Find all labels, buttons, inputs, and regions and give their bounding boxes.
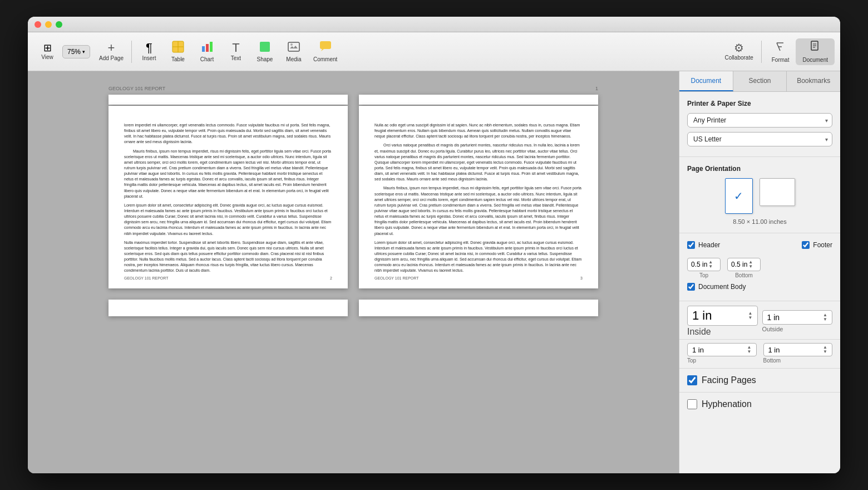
text-button[interactable]: T Text	[222, 40, 250, 63]
zoom-arrow-icon: ▾	[82, 49, 85, 55]
portrait-option[interactable]: ✓	[725, 178, 753, 214]
top-down-arrow-icon[interactable]: ▼	[747, 350, 752, 354]
page2-number: 2	[330, 276, 332, 282]
document-body-checkbox-row: Document Body	[687, 283, 832, 291]
close-button[interactable]	[34, 21, 41, 28]
header-margin-group: 0.5 in ▲ ▼ Top	[687, 258, 721, 278]
inside-label: Inside	[687, 327, 758, 337]
orientation-title: Page Orientation	[687, 165, 832, 173]
format-icon	[775, 41, 787, 56]
add-page-icon: +	[108, 42, 115, 54]
toolbar: ⊞ View 75% ▾ + Add Page ¶ Insert	[28, 32, 840, 71]
insert-button[interactable]: ¶ Insert	[135, 40, 163, 63]
maximize-button[interactable]	[56, 21, 62, 28]
document-body-checkbox[interactable]	[687, 283, 695, 291]
svg-rect-7	[288, 42, 299, 51]
chart-icon	[201, 41, 213, 55]
page2-para2: Mauris finibus, ipsum non tempus imperdi…	[124, 149, 332, 199]
svg-rect-6	[260, 42, 270, 52]
header-stepper[interactable]: ▲ ▼	[708, 260, 713, 269]
text-icon: T	[232, 42, 239, 54]
shape-button[interactable]: Shape	[251, 38, 279, 65]
panel-tabs: Document Section Bookmarks	[679, 71, 840, 92]
outside-margin-stepper[interactable]: ▲ ▼	[823, 313, 827, 322]
table-button[interactable]: Table	[164, 38, 192, 65]
comment-label: Comment	[313, 56, 337, 62]
inside-margin-stepper[interactable]: ▲ ▼	[748, 311, 753, 320]
outside-margin-label: Outside	[762, 326, 833, 332]
facing-pages-checkbox[interactable]	[687, 375, 697, 385]
format-tab-button[interactable]: Format	[765, 38, 796, 65]
page3-para3: Mauris finibus, ipsum non tempus imperdi…	[374, 185, 583, 236]
bottom-down-arrow-icon[interactable]: ▼	[823, 350, 827, 354]
orientation-options: ✓	[687, 178, 832, 214]
printer-select[interactable]: Any Printer	[687, 113, 832, 128]
footer-checkbox-row: Footer	[802, 241, 832, 249]
media-button[interactable]: Media	[280, 38, 308, 65]
mac-window: ⊞ View 75% ▾ + Add Page ¶ Insert	[28, 17, 840, 473]
header-footer-section: Header Footer 0.5 in ▲ ▼	[679, 233, 840, 301]
inside-value-group: 1 in ▲ ▼ Inside	[687, 306, 758, 337]
svg-rect-3	[202, 46, 205, 52]
header-down-arrow-icon[interactable]: ▼	[708, 264, 713, 269]
tab-bookmarks[interactable]: Bookmarks	[787, 71, 840, 91]
tab-section[interactable]: Section	[733, 71, 787, 91]
footer-stepper[interactable]: ▲ ▼	[748, 260, 753, 269]
bottom-margin-stepper[interactable]: ▲ ▼	[823, 345, 827, 354]
page-bottom-right	[359, 300, 598, 316]
outside-down-arrow-icon[interactable]: ▼	[823, 317, 827, 322]
paper-select[interactable]: US Letter	[687, 132, 832, 146]
tab-section-label: Section	[748, 77, 771, 85]
document-area[interactable]: GEOLOGY 101 REPORT 1 lorem imperdiet mi …	[28, 71, 679, 473]
doc-header-bar: GEOLOGY 101 REPORT 1	[108, 82, 598, 95]
document-icon	[809, 41, 821, 56]
hyphenation-checkbox[interactable]	[687, 399, 697, 409]
media-label: Media	[286, 56, 301, 62]
svg-rect-4	[206, 44, 209, 52]
title-bar	[28, 17, 840, 32]
text-label: Text	[231, 55, 241, 61]
printer-paper-title: Printer & Paper Size	[687, 100, 832, 107]
shape-icon	[259, 41, 271, 55]
table-icon	[172, 41, 184, 55]
top-margin-value: 1 in	[692, 346, 746, 354]
doc-title-header: GEOLOGY 101 REPORT	[108, 86, 165, 91]
zoom-control[interactable]: 75% ▾	[62, 45, 90, 58]
document-tab-button[interactable]: Document	[796, 38, 835, 65]
page3-footer-title: GEOLOGY 101 REPORT	[374, 276, 419, 282]
collaborate-button[interactable]: ⚙ Collaborate	[721, 40, 758, 63]
svg-rect-9	[320, 41, 331, 49]
footer-checkbox[interactable]	[802, 241, 810, 249]
inside-margin-section: 1 in ▲ ▼ Inside 1 in ▲ ▼	[679, 301, 840, 340]
document-label: Document	[802, 57, 828, 63]
page-3: Nulla ac odio eget urna suscipit digniss…	[359, 106, 598, 288]
landscape-page-preview	[760, 178, 795, 206]
footer-down-arrow-icon[interactable]: ▼	[748, 264, 753, 269]
outside-margin-value: 1 in	[767, 313, 822, 322]
add-page-button[interactable]: + Add Page	[95, 40, 128, 63]
page3-number: 3	[580, 276, 583, 282]
inside-down-arrow-icon[interactable]: ▼	[748, 316, 753, 320]
orientation-section: Page Orientation ✓ 8.50 × 11.00 inches	[679, 157, 840, 233]
tab-document[interactable]: Document	[679, 71, 733, 91]
page2-footer-title: GEOLOGY 101 REPORT	[124, 276, 169, 282]
toolbar-separator-2	[761, 41, 762, 63]
page-number-1: 1	[595, 86, 598, 91]
top-bottom-margin-section: 1 in ▲ ▼ Top 1 in ▲ ▼	[679, 340, 840, 369]
collaborate-label: Collaborate	[725, 55, 753, 61]
format-label: Format	[772, 57, 790, 63]
top-margin-label: Top	[687, 357, 757, 364]
insert-icon: ¶	[146, 42, 152, 54]
chart-button[interactable]: Chart	[193, 38, 221, 65]
header-checkbox[interactable]	[687, 241, 695, 249]
landscape-option[interactable]	[760, 178, 795, 214]
hyphenation-section: Hyphenation	[679, 393, 840, 416]
page-size-label: 8.50 × 11.00 inches	[687, 218, 832, 225]
svg-rect-5	[210, 42, 213, 52]
comment-button[interactable]: Comment	[309, 38, 342, 65]
view-button[interactable]: ⊞ View	[33, 41, 61, 62]
top-margin-stepper[interactable]: ▲ ▼	[747, 345, 752, 354]
zoom-value: 75%	[67, 48, 81, 56]
document-inner: GEOLOGY 101 REPORT 1 lorem imperdiet mi …	[108, 82, 598, 462]
minimize-button[interactable]	[45, 21, 52, 28]
